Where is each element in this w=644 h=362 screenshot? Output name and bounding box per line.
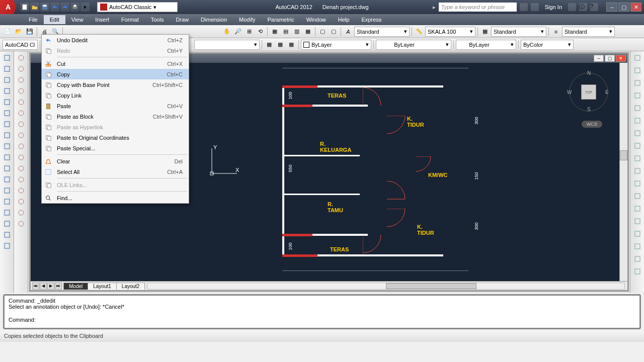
layer-tool2-icon[interactable]: ▦	[275, 40, 285, 50]
ellipse-icon[interactable]	[2, 130, 13, 140]
add-icon[interactable]	[2, 241, 13, 251]
sheet-icon[interactable]: ▤	[281, 27, 291, 37]
copy-icon[interactable]	[16, 64, 27, 74]
zoom-icon[interactable]: 🔎	[233, 27, 243, 37]
tab-first-button[interactable]: ⏮	[32, 283, 39, 290]
right-tool-9-icon[interactable]	[632, 166, 643, 176]
qat-print-icon[interactable]	[70, 3, 79, 12]
table-style-combo[interactable]: Standard▾	[491, 27, 546, 37]
menu-edit[interactable]: Edit	[44, 15, 65, 24]
menu-draw[interactable]: Draw	[170, 15, 195, 24]
circle-icon[interactable]	[2, 108, 13, 118]
menu-item-copy-with-base-point[interactable]: Copy with Base PointCtrl+Shift+C	[42, 79, 189, 90]
autodesk-icon[interactable]	[520, 3, 528, 11]
mtext-icon[interactable]	[2, 230, 13, 240]
vertical-scrollbar[interactable]	[619, 63, 627, 281]
menu-insert[interactable]: Insert	[89, 15, 115, 24]
fillet-icon[interactable]	[16, 208, 27, 218]
break-icon[interactable]	[16, 174, 27, 185]
tab-prev-button[interactable]: ◀	[40, 283, 47, 290]
right-tool-6-icon[interactable]	[632, 128, 643, 138]
right-tool-7-icon[interactable]	[632, 141, 643, 151]
right-tool-15-icon[interactable]	[632, 241, 643, 251]
rotate-icon[interactable]	[16, 119, 27, 129]
viewcube-w[interactable]: W	[567, 89, 572, 95]
viewcube-e[interactable]: E	[605, 89, 609, 95]
tb-btn2[interactable]: ▢	[317, 27, 328, 37]
drawing-restore-button[interactable]: ▢	[605, 55, 615, 62]
minimize-button[interactable]: –	[606, 3, 617, 12]
ellipse-arc-icon[interactable]	[2, 141, 13, 151]
right-tool-1-icon[interactable]	[632, 65, 643, 75]
erase-icon[interactable]	[16, 53, 27, 63]
zoom-window-icon[interactable]: ⊞	[244, 27, 254, 37]
menu-window[interactable]: Window	[300, 15, 332, 24]
qat-new-icon[interactable]	[20, 3, 29, 12]
right-tool-17-icon[interactable]	[632, 266, 643, 277]
rect-icon[interactable]	[2, 86, 13, 96]
right-tool-10-icon[interactable]	[632, 178, 643, 189]
right-tool-14-icon[interactable]	[632, 229, 643, 239]
right-tool-4-icon[interactable]	[632, 103, 643, 113]
calc-icon[interactable]: ▦	[303, 27, 313, 37]
drawing-close-button[interactable]: ✕	[616, 55, 626, 62]
horizontal-scrollbar[interactable]	[147, 283, 625, 290]
menu-file[interactable]: File	[23, 15, 44, 24]
command-line[interactable]: Command: _ddedit Select an annotation ob…	[3, 294, 641, 329]
spline-icon[interactable]	[2, 119, 13, 129]
join-icon[interactable]	[16, 186, 27, 196]
plotstyle-combo[interactable]: ByColor▾	[521, 40, 574, 50]
viewcube-top[interactable]: TOP	[581, 84, 596, 100]
pline-icon[interactable]	[2, 64, 13, 74]
array-icon[interactable]	[16, 97, 27, 107]
app-logo[interactable]: A	[0, 0, 16, 14]
dim-style-combo[interactable]: SKALA 100▾	[425, 27, 475, 37]
arc-icon[interactable]	[2, 97, 13, 107]
gradient-icon[interactable]	[2, 186, 13, 196]
zoom-prev-icon[interactable]: ⟲	[255, 27, 265, 37]
stretch-icon[interactable]	[16, 141, 27, 151]
menu-item-find-[interactable]: Find...	[42, 193, 189, 203]
layer-tool-icon[interactable]: ▦	[264, 40, 274, 50]
mline-style-icon[interactable]: ≡	[551, 27, 561, 37]
viewcube-n[interactable]: N	[587, 70, 591, 76]
dim-style-icon[interactable]: 📏	[414, 27, 424, 37]
drawing-minimize-button[interactable]: –	[594, 55, 604, 62]
tab-model[interactable]: Model	[63, 283, 88, 290]
right-tool-5-icon[interactable]	[632, 116, 643, 126]
menu-parametric[interactable]: Parametric	[261, 15, 300, 24]
scale-icon[interactable]	[16, 130, 27, 140]
chamfer-icon[interactable]	[16, 197, 27, 207]
tb-btn3[interactable]: ▢	[329, 27, 339, 37]
keyword-search[interactable]: Type a keyword or phrase	[439, 3, 517, 12]
maximize-button[interactable]: ▢	[618, 3, 629, 12]
menu-item-clear[interactable]: ClearDel	[42, 156, 189, 166]
pan-icon[interactable]: ✋	[222, 27, 232, 37]
mirror-icon[interactable]	[16, 75, 27, 85]
menu-express[interactable]: Express	[355, 15, 387, 24]
menu-view[interactable]: View	[65, 15, 90, 24]
menu-modify[interactable]: Modify	[233, 15, 261, 24]
region-icon[interactable]	[2, 197, 13, 207]
menu-tools[interactable]: Tools	[145, 15, 170, 24]
explode-icon[interactable]	[16, 219, 27, 229]
menu-item-undo-ddedit[interactable]: Undo DdeditCtrl+Z	[42, 35, 189, 45]
signin-button[interactable]: Sign In	[542, 4, 565, 10]
menu-item-paste-to-original-coordinates[interactable]: Paste to Original Coordinates	[42, 132, 189, 143]
hatch-icon[interactable]	[2, 174, 13, 185]
close-button[interactable]: ✕	[630, 3, 641, 12]
text-style-combo[interactable]: Standard▾	[354, 27, 410, 37]
tab-layout1[interactable]: Layout1	[88, 283, 117, 290]
properties-icon[interactable]: ▦	[270, 27, 280, 37]
right-tool-8-icon[interactable]	[632, 153, 643, 163]
table-icon[interactable]	[2, 208, 13, 218]
menu-item-copy-link[interactable]: Copy Link	[42, 90, 189, 101]
viewcube[interactable]: TOP N S E W	[567, 70, 610, 113]
point-icon[interactable]	[2, 163, 13, 173]
layer-combo[interactable]: ▾	[194, 40, 260, 50]
qat-save-icon[interactable]	[40, 3, 49, 12]
block-icon[interactable]	[2, 152, 13, 162]
move-icon[interactable]	[16, 108, 27, 118]
open-icon[interactable]: 📂	[14, 27, 24, 37]
menu-item-cut[interactable]: CutCtrl+X	[42, 58, 189, 69]
